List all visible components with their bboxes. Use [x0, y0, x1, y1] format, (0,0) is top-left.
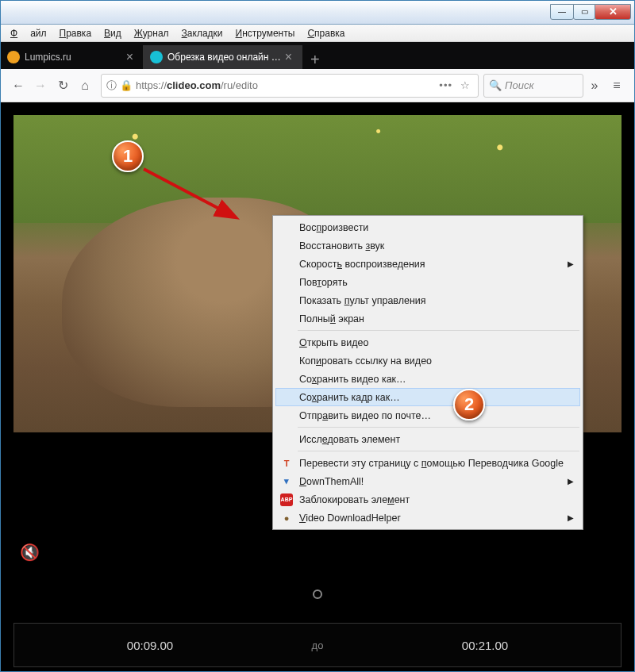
tab-close-icon[interactable]: × — [123, 50, 137, 64]
overflow-button[interactable]: » — [583, 75, 606, 97]
annotation-callout-1: 1 — [112, 140, 144, 172]
search-bar[interactable]: 🔍 Поиск — [483, 74, 583, 98]
context-menu-item[interactable]: ▾DownThemAll!▶ — [275, 472, 580, 490]
context-menu-item[interactable]: Сохранить кадр как… — [275, 388, 580, 406]
window-min-button[interactable]: ― — [550, 4, 574, 20]
slider-handle[interactable] — [313, 589, 322, 599]
context-menu-item[interactable]: Сохранить видео как… — [275, 370, 580, 388]
context-menu-item[interactable]: Скорость воспроизведения▶ — [275, 255, 580, 273]
menubar: Файл Правка Вид Журнал Закладки Инструме… — [1, 25, 634, 42]
bookmark-star-icon[interactable]: ☆ — [457, 79, 473, 91]
context-menu-item[interactable]: Открыть видео — [275, 333, 580, 351]
time-range-row: 00:09.00 до 00:21.00 — [13, 623, 622, 667]
context-separator — [298, 451, 579, 451]
window-max-button[interactable]: ▭ — [573, 4, 595, 20]
search-icon: 🔍 — [489, 79, 502, 91]
nav-reload-button[interactable]: ↻ — [52, 75, 74, 97]
lock-icon: 🔒 — [120, 79, 133, 91]
search-placeholder: Поиск — [505, 79, 534, 91]
menu-bookmarks[interactable]: Закладки — [175, 26, 229, 40]
tabstrip: Lumpics.ru × Обрезка видео онлайн — Об ×… — [1, 42, 634, 69]
context-menu-item[interactable]: Копировать ссылку на видео — [275, 351, 580, 370]
context-menu-item[interactable]: ●Video DownloadHelper▶ — [275, 509, 580, 527]
format-slider-row — [1, 578, 634, 610]
submenu-arrow-icon: ▶ — [568, 259, 574, 268]
new-tab-button[interactable]: + — [302, 51, 328, 69]
tab-favicon — [150, 51, 163, 63]
info-icon[interactable]: ⓘ — [106, 79, 117, 93]
menu-help[interactable]: Справка — [301, 26, 351, 40]
tab-close-icon[interactable]: × — [282, 50, 295, 64]
submenu-arrow-icon: ▶ — [568, 477, 574, 486]
page-actions-icon[interactable]: ••• — [434, 79, 457, 91]
nav-forward-button[interactable]: → — [29, 75, 52, 97]
time-mid-label: до — [286, 639, 349, 651]
hamburger-menu-button[interactable]: ≡ — [606, 75, 628, 97]
context-menu-item[interactable]: Показать пульт управления — [275, 291, 580, 309]
menu-history[interactable]: Журнал — [128, 26, 175, 40]
menu-view[interactable]: Вид — [98, 26, 128, 40]
tab-clideo[interactable]: Обрезка видео онлайн — Об × — [144, 45, 302, 69]
tab-title: Lumpics.ru — [25, 52, 123, 63]
tab-title: Обрезка видео онлайн — Об — [167, 52, 282, 63]
context-menu-item[interactable]: Восстановить звук — [275, 236, 580, 255]
context-menu-item[interactable]: TПеревести эту страницу с помощью Перево… — [275, 454, 580, 472]
tab-favicon — [7, 51, 20, 63]
window-close-button[interactable]: ✕ — [595, 4, 631, 20]
context-separator — [298, 330, 579, 331]
menu-file[interactable]: Файл — [4, 26, 53, 40]
tab-lumpics[interactable]: Lumpics.ru × — [1, 45, 144, 69]
context-item-icon: ● — [280, 512, 293, 524]
address-bar[interactable]: ⓘ 🔒 https://clideo.com/ru/edito ••• ☆ — [101, 74, 479, 98]
navbar: ← → ↻ ⌂ ⓘ 🔒 https://clideo.com/ru/edito … — [1, 69, 634, 102]
video-context-menu: ВоспроизвестиВосстановить звукСкорость в… — [272, 215, 583, 530]
context-menu-item[interactable]: Отправить видео по почте… — [275, 406, 580, 424]
menu-edit[interactable]: Правка — [53, 26, 98, 40]
menu-tools[interactable]: Инструменты — [229, 26, 302, 40]
window-titlebar: ― ▭ ✕ — [1, 1, 634, 25]
context-menu-item[interactable]: ABPЗаблокировать элемент — [275, 490, 580, 509]
context-item-icon: ABP — [280, 493, 293, 506]
mute-icon[interactable]: 🔇 — [20, 543, 40, 562]
submenu-arrow-icon: ▶ — [568, 513, 574, 522]
context-menu-item[interactable]: Полный экран — [275, 309, 580, 328]
time-to-input[interactable]: 00:21.00 — [349, 639, 621, 652]
url-text: https://clideo.com/ru/edito — [136, 79, 434, 91]
context-item-icon: ▾ — [280, 475, 293, 488]
context-menu-item[interactable]: Повторять — [275, 273, 580, 291]
context-menu-item[interactable]: Исследовать элемент — [275, 430, 580, 448]
annotation-callout-2: 2 — [453, 389, 485, 420]
nav-home-button[interactable]: ⌂ — [74, 75, 96, 97]
context-separator — [298, 427, 579, 428]
nav-back-button[interactable]: ← — [7, 75, 29, 97]
context-item-icon: T — [280, 457, 293, 470]
time-from-input[interactable]: 00:09.00 — [14, 639, 286, 652]
context-menu-item[interactable]: Воспроизвести — [275, 218, 580, 236]
